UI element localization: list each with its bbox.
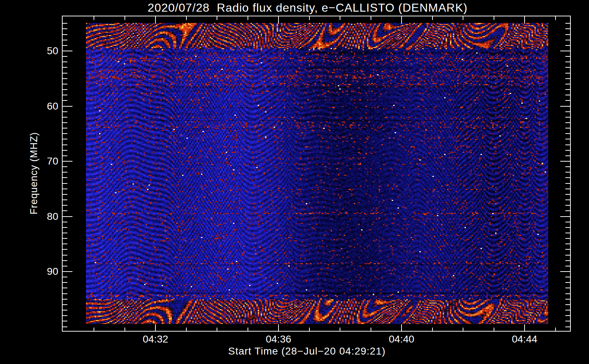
y-minor-tick <box>565 288 570 288</box>
y-minor-tick <box>565 150 570 151</box>
y-minor-tick <box>565 122 570 123</box>
x-minor-tick <box>555 16 556 20</box>
x-minor-tick <box>124 16 125 20</box>
y-minor-tick <box>63 62 67 62</box>
y-minor-tick <box>565 100 570 101</box>
y-tick-label: 90 <box>22 266 58 277</box>
y-minor-tick <box>63 100 67 101</box>
y-minor-tick <box>565 189 570 189</box>
y-minor-tick <box>63 233 67 233</box>
y-minor-tick <box>63 45 67 46</box>
y-minor-tick <box>63 293 67 294</box>
y-minor-tick <box>63 166 67 167</box>
y-minor-tick <box>63 122 67 123</box>
y-minor-tick <box>565 205 570 206</box>
x-minor-tick <box>494 328 494 331</box>
y-minor-tick <box>63 95 67 95</box>
y-minor-tick <box>63 222 67 222</box>
y-minor-tick <box>63 28 67 29</box>
y-major-tick <box>63 216 72 217</box>
y-minor-tick <box>565 315 570 316</box>
y-minor-tick <box>565 304 570 305</box>
x-minor-tick <box>340 328 340 331</box>
y-minor-tick <box>63 260 67 261</box>
x-major-tick <box>401 324 402 331</box>
x-tick-label: 04:36 <box>253 334 304 345</box>
y-minor-tick <box>565 255 570 256</box>
y-minor-tick <box>63 128 67 128</box>
y-minor-tick <box>63 73 67 74</box>
y-minor-tick <box>565 199 570 200</box>
y-major-tick <box>560 51 570 51</box>
y-minor-tick <box>565 293 570 294</box>
x-minor-tick <box>309 16 310 20</box>
y-minor-tick <box>63 321 67 321</box>
y-minor-tick <box>565 172 570 173</box>
y-major-tick <box>63 106 72 107</box>
y-minor-tick <box>63 288 67 288</box>
y-minor-tick <box>565 260 570 261</box>
x-minor-tick <box>94 16 94 20</box>
y-tick-label: 70 <box>22 156 58 167</box>
x-minor-tick <box>248 328 248 331</box>
y-major-tick <box>560 216 570 217</box>
y-minor-tick <box>565 177 570 178</box>
spectrogram-image <box>86 23 548 324</box>
y-minor-tick <box>63 40 67 40</box>
y-minor-tick <box>565 56 570 57</box>
y-major-tick <box>63 161 72 162</box>
y-minor-tick <box>63 67 67 68</box>
x-major-tick <box>155 16 156 24</box>
x-tick-label: 04:32 <box>130 334 181 345</box>
y-minor-tick <box>565 310 570 310</box>
y-minor-tick <box>565 139 570 139</box>
y-minor-tick <box>565 266 570 266</box>
y-minor-tick <box>565 249 570 250</box>
x-tick-label: 04:44 <box>499 334 550 345</box>
y-minor-tick <box>63 266 67 266</box>
y-minor-tick <box>63 310 67 310</box>
y-minor-tick <box>565 128 570 128</box>
y-minor-tick <box>565 23 570 24</box>
y-minor-tick <box>63 78 67 79</box>
y-minor-tick <box>63 304 67 305</box>
y-minor-tick <box>565 222 570 222</box>
y-minor-tick <box>565 89 570 90</box>
y-minor-tick <box>63 282 67 283</box>
x-tick-label: 04:40 <box>376 334 427 345</box>
y-major-tick <box>63 51 72 51</box>
x-minor-tick <box>248 16 248 20</box>
x-minor-tick <box>494 16 494 20</box>
x-minor-tick <box>124 328 125 331</box>
y-minor-tick <box>565 227 570 228</box>
y-minor-tick <box>63 227 67 228</box>
y-minor-tick <box>63 255 67 256</box>
x-major-tick <box>278 324 279 331</box>
y-minor-tick <box>565 244 570 244</box>
y-minor-tick <box>565 117 570 118</box>
y-minor-tick <box>63 177 67 178</box>
y-minor-tick <box>565 45 570 46</box>
y-tick-label: 50 <box>22 46 58 56</box>
y-tick-label: 80 <box>22 211 58 222</box>
y-minor-tick <box>63 172 67 173</box>
y-major-tick <box>560 106 570 107</box>
y-minor-tick <box>63 150 67 151</box>
y-axis-title: Frequency (MHZ) <box>28 132 40 215</box>
x-minor-tick <box>555 328 556 331</box>
y-minor-tick <box>565 95 570 95</box>
x-minor-tick <box>463 328 463 331</box>
y-major-tick <box>63 271 72 272</box>
y-minor-tick <box>565 133 570 134</box>
chart-title: 2020/07/28 Radio flux density, e−CALLIST… <box>148 1 468 15</box>
y-major-tick <box>560 271 570 272</box>
x-major-tick <box>155 324 156 331</box>
y-minor-tick <box>63 117 67 118</box>
y-minor-tick <box>63 189 67 189</box>
y-minor-tick <box>63 205 67 206</box>
y-minor-tick <box>63 23 67 24</box>
x-minor-tick <box>432 16 433 20</box>
x-minor-tick <box>371 16 371 20</box>
x-minor-tick <box>217 16 217 20</box>
y-major-tick <box>560 161 570 162</box>
